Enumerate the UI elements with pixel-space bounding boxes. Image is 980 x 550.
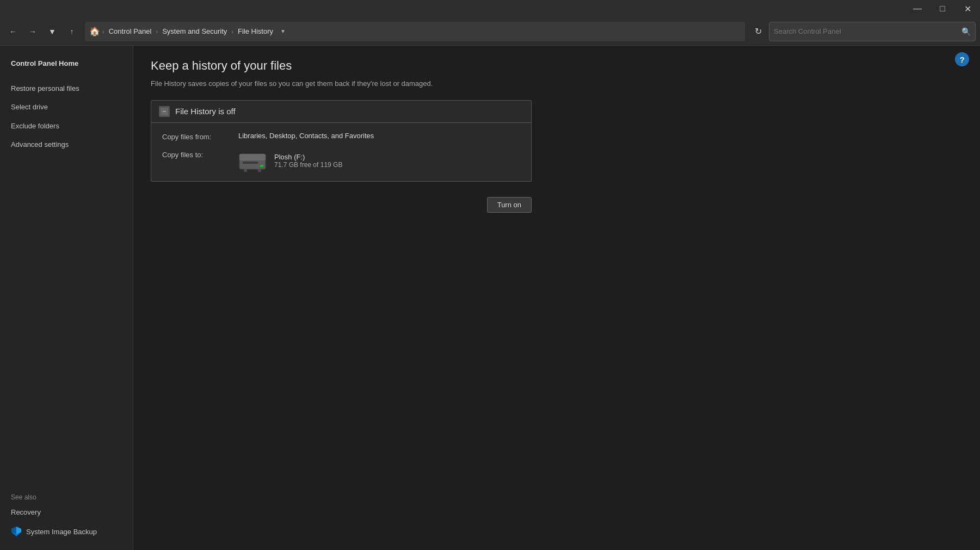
drive-text-info: Plosh (F:) 71.7 GB free of 119 GB — [274, 153, 342, 169]
fh-copy-from-row: Copy files from: Libraries, Desktop, Con… — [162, 132, 520, 141]
sidebar-item-backup-label: System Image Backup — [26, 528, 97, 536]
search-icon[interactable]: 🔍 — [961, 27, 971, 36]
sidebar-item-system-image-backup[interactable]: System Image Backup — [0, 522, 133, 541]
refresh-button[interactable]: ↻ — [749, 23, 767, 40]
forward-button[interactable]: → — [24, 23, 41, 40]
back-button[interactable]: ← — [4, 23, 22, 40]
drive-icon — [238, 150, 267, 172]
fh-copy-from-value: Libraries, Desktop, Contacts, and Favori… — [238, 132, 374, 140]
minimize-button[interactable]: — — [905, 0, 930, 17]
fh-box-body: Copy files from: Libraries, Desktop, Con… — [151, 123, 531, 181]
content-area: Keep a history of your files File Histor… — [133, 46, 980, 550]
close-button[interactable]: ✕ — [955, 0, 980, 17]
sidebar-item-exclude[interactable]: Exclude folders — [0, 117, 133, 135]
fh-status-icon — [159, 106, 170, 117]
fh-status-title: File History is off — [175, 107, 236, 116]
recent-locations-button[interactable]: ▼ — [44, 23, 61, 40]
turn-on-button[interactable]: Turn on — [487, 197, 532, 213]
svg-rect-8 — [260, 165, 263, 167]
breadcrumb-control-panel[interactable]: Control Panel — [107, 26, 154, 36]
breadcrumb-file-history[interactable]: File History — [236, 26, 275, 36]
svg-rect-6 — [239, 154, 266, 160]
navigation-bar: ← → ▼ ↑ 🏠 › Control Panel › System and S… — [0, 17, 980, 46]
see-also-label: See also — [0, 488, 133, 503]
turn-on-wrapper: Turn on — [151, 193, 532, 213]
svg-rect-7 — [243, 162, 258, 164]
file-history-box: File History is off Copy files from: Lib… — [151, 100, 532, 182]
sidebar-item-recovery[interactable]: Recovery — [0, 503, 133, 522]
sidebar-item-restore[interactable]: Restore personal files — [0, 79, 133, 98]
windows-defender-icon — [11, 526, 22, 537]
title-bar: — □ ✕ — [0, 0, 980, 17]
sidebar-item-select-drive[interactable]: Select drive — [0, 98, 133, 116]
page-title: Keep a history of your files — [151, 59, 963, 73]
page-subtitle: File History saves copies of your files … — [151, 78, 963, 89]
breadcrumb-system-security[interactable]: System and Security — [160, 26, 229, 36]
home-icon: 🏠 — [89, 26, 100, 36]
svg-rect-9 — [244, 169, 247, 172]
sidebar-item-advanced[interactable]: Advanced settings — [0, 135, 133, 154]
sidebar: Control Panel Home Restore personal file… — [0, 46, 133, 550]
drive-name: Plosh (F:) — [274, 153, 342, 161]
svg-marker-2 — [11, 527, 16, 534]
breadcrumb-bar: 🏠 › Control Panel › System and Security … — [85, 22, 745, 41]
svg-marker-1 — [16, 527, 21, 534]
search-bar: 🔍 — [769, 22, 976, 41]
up-button[interactable]: ↑ — [63, 23, 81, 40]
drive-free-space: 71.7 GB free of 119 GB — [274, 161, 342, 169]
breadcrumb-sep-1: › — [102, 28, 104, 35]
fh-copy-to-label: Copy files to: — [162, 150, 238, 159]
help-button[interactable]: ? — [955, 52, 969, 66]
search-input[interactable] — [774, 27, 958, 35]
drive-info: Plosh (F:) 71.7 GB free of 119 GB — [238, 150, 342, 172]
fh-copy-from-label: Copy files from: — [162, 132, 238, 141]
svg-rect-10 — [258, 169, 261, 172]
window-controls: — □ ✕ — [905, 0, 980, 17]
main-layout: Control Panel Home Restore personal file… — [0, 46, 980, 550]
sidebar-control-panel-home[interactable]: Control Panel Home — [0, 54, 133, 73]
breadcrumb-dropdown-button[interactable]: ▼ — [278, 26, 288, 37]
breadcrumb-sep-3: › — [231, 28, 233, 35]
fh-copy-to-row: Copy files to: — [162, 150, 520, 172]
breadcrumb-sep-2: › — [156, 28, 158, 35]
maximize-button[interactable]: □ — [930, 0, 955, 17]
fh-box-header: File History is off — [151, 101, 531, 123]
